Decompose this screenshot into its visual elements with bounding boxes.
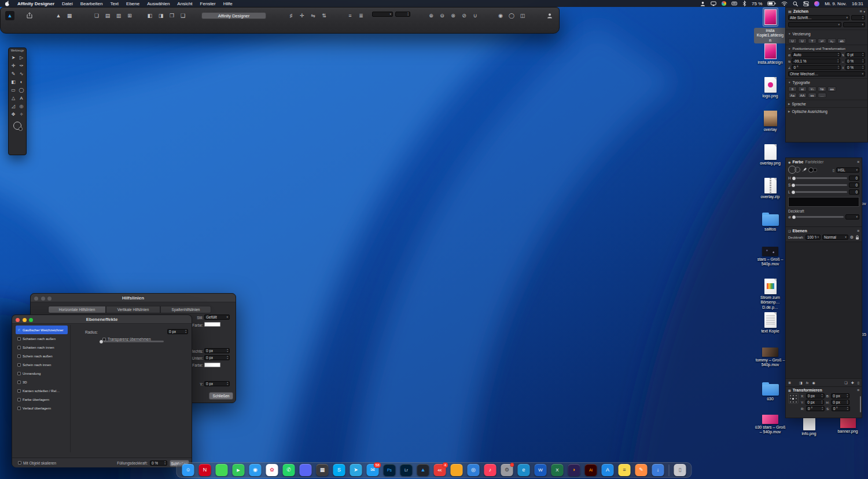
effect-item-bevel-emboss[interactable]: Kanten schleifen / Rel… <box>16 386 68 395</box>
file-thumbnail[interactable] <box>764 43 777 59</box>
effect-checkbox[interactable] <box>17 354 21 358</box>
dock-app-excel[interactable]: X <box>551 464 564 476</box>
underline-button[interactable]: U <box>788 38 797 43</box>
shear-field[interactable]: 0 °▴▾ <box>832 406 850 411</box>
stylistic-set-button[interactable]: st <box>798 86 807 92</box>
menubar-time[interactable]: 16:31 <box>852 1 863 6</box>
menu-hilfe[interactable]: Hilfe <box>223 1 233 6</box>
more-typografie-button[interactable]: … <box>818 93 826 98</box>
dock-app-safari[interactable]: ◎ <box>468 464 480 476</box>
adjustment-icon[interactable]: ◉ <box>812 381 815 385</box>
new-document-icon[interactable]: ❏ <box>92 12 101 19</box>
share-icon[interactable] <box>25 12 34 19</box>
effect-checkbox[interactable] <box>17 363 21 367</box>
desktop-icon-insta-kopie1[interactable]: insta Kopie1.afdesign <box>754 8 786 43</box>
y-field[interactable]: 0 px▴▾ <box>806 400 824 405</box>
tab-spaltenhilfslinien[interactable]: Spaltenhilfslinien <box>160 306 211 313</box>
font-weight-dropdown[interactable]: ▾ <box>788 22 841 27</box>
panel-options-icon[interactable]: ▾ <box>863 10 865 13</box>
color-wheel-secondary-icon[interactable] <box>795 167 800 173</box>
effect-checkbox[interactable] <box>17 407 21 410</box>
slider-mode-icon[interactable]: ▯ <box>833 168 834 172</box>
menu-ansicht[interactable]: Ansicht <box>177 1 192 6</box>
panel-menu-icon[interactable]: ≡ <box>859 9 862 13</box>
menubar-app-name[interactable]: Affinity Designer <box>17 1 54 6</box>
zoom-window-icon[interactable] <box>29 318 33 322</box>
effect-item-3d[interactable]: 3D <box>16 378 68 386</box>
effect-checkbox[interactable] <box>17 337 21 341</box>
height-field[interactable]: 0 px▴▾ <box>831 400 849 405</box>
section-optische-ausrichtung[interactable]: ▶ Optische Ausrichtung <box>786 107 867 115</box>
file-thumbnail[interactable] <box>764 111 777 126</box>
l-slider[interactable] <box>792 191 847 193</box>
bluetooth-status-icon[interactable] <box>742 1 746 6</box>
desktop-icon-insta[interactable]: insta.afdesign <box>754 43 786 65</box>
dock-trash[interactable]: ▯ <box>674 464 686 476</box>
folder-icon[interactable] <box>762 214 779 226</box>
boolean-subtract-icon[interactable]: ⊖ <box>437 12 447 19</box>
fractions-button[interactable]: ¼ <box>808 86 816 92</box>
effect-checkbox[interactable] <box>17 372 21 375</box>
font-family-dropdown[interactable]: Alle Schrift…▾ <box>788 15 849 20</box>
menubar-date[interactable]: Mi. 9. Nov. <box>825 1 847 6</box>
file-thumbnail[interactable] <box>762 348 778 357</box>
boolean-intersect-icon[interactable]: ⊗ <box>448 12 458 19</box>
shear-field[interactable]: 0 °▴▾ <box>792 65 840 70</box>
baseline-field[interactable]: 0 pt▴▾ <box>845 52 865 57</box>
dock-app-firefox[interactable]: ◗ <box>568 464 580 476</box>
ligatures-button[interactable]: fi <box>788 86 797 92</box>
h-slider[interactable] <box>793 177 847 179</box>
dock-app-facetime[interactable]: ▶ <box>233 464 245 476</box>
effect-checkbox[interactable] <box>17 381 21 384</box>
file-thumbnail[interactable] <box>764 178 777 193</box>
dock-app-illustrator[interactable]: Ai <box>585 464 597 476</box>
apple-menu-icon[interactable] <box>5 1 10 6</box>
mask-icon[interactable]: ◨ <box>799 381 803 385</box>
effect-item-gradient-overlay[interactable]: Verlauf überlagern <box>16 404 68 412</box>
dock-app-skype[interactable]: S <box>333 464 345 476</box>
rotation-field[interactable]: 0 °▴▾ <box>806 406 825 411</box>
swash-button[interactable]: ss <box>808 93 816 98</box>
effect-item-gaussian-blur[interactable]: ✓ Gaußscher Weichzeichner <box>16 326 68 334</box>
ungroup-icon[interactable]: ❑ <box>178 12 187 19</box>
wechsel-dropdown[interactable]: Ohne Wechsel…▾ <box>788 71 865 76</box>
file-thumbnail[interactable] <box>762 415 778 424</box>
fx-icon[interactable]: fx <box>806 381 809 385</box>
section-sprache[interactable]: ▶ Sprache <box>786 100 867 107</box>
desktop-icon-text-kopie[interactable]: text Kopie <box>754 312 786 334</box>
toolbar-stepper[interactable]: ▴▾ <box>395 12 410 17</box>
symbols-icon[interactable]: ⊞ <box>125 12 134 19</box>
file-thumbnail[interactable] <box>763 8 778 27</box>
blend-mode-dropdown[interactable]: Normal▾ <box>822 235 848 240</box>
dock-app-affinity-designer[interactable]: ▲ <box>417 464 429 476</box>
color-mode-dropdown[interactable]: HSL▾ <box>836 167 859 173</box>
order-front-icon[interactable]: ◧ <box>145 12 155 19</box>
control-center-icon[interactable] <box>803 1 809 6</box>
dock-app-app-store[interactable]: A <box>602 464 614 476</box>
double-underline-button[interactable]: U <box>798 38 807 43</box>
effect-item-inner-glow[interactable]: Schein nach innen <box>16 360 68 369</box>
preview-mode-icon[interactable]: ◉ <box>496 12 505 19</box>
desktop-icon-salitos-folder[interactable]: salitos <box>754 211 786 232</box>
boolean-divide-icon[interactable]: ⊘ <box>459 12 469 19</box>
triangle-tool[interactable]: △ <box>9 94 17 102</box>
battery-icon[interactable] <box>767 1 776 6</box>
minimize-window-icon[interactable] <box>23 318 27 322</box>
desktop-icon-tommy-mov[interactable]: tommy – Groß – 540p.mov <box>754 344 786 368</box>
dock-app-messages[interactable] <box>216 464 228 476</box>
distribute-icon[interactable]: ≣ <box>356 12 366 19</box>
section-typografie[interactable]: ▼ Typografie <box>786 78 867 86</box>
tab-horizontale-hilfslinien[interactable]: Horizontale Hilfslinien <box>48 306 106 313</box>
node-tool[interactable]: ▷ <box>17 53 25 61</box>
dock-app-mail[interactable]: ✉ 58 <box>367 464 379 476</box>
strikethrough-button[interactable]: T <box>808 38 816 43</box>
dock-app-settings[interactable]: ⚙ <box>501 464 513 476</box>
effect-item-outer-shadow[interactable]: Schatten nach außen <box>16 334 68 343</box>
account-icon[interactable] <box>545 12 554 19</box>
superscript-button[interactable]: x² <box>818 38 826 43</box>
boolean-combine-icon[interactable]: ∪ <box>470 12 480 19</box>
desktop-icon-logo-png[interactable]: logo.png <box>754 77 786 98</box>
zoom-window-icon[interactable] <box>47 297 52 301</box>
h-scale-field[interactable]: 0 %▴▾ <box>845 58 865 64</box>
effect-item-color-overlay[interactable]: Farbe überlagern <box>16 395 68 404</box>
